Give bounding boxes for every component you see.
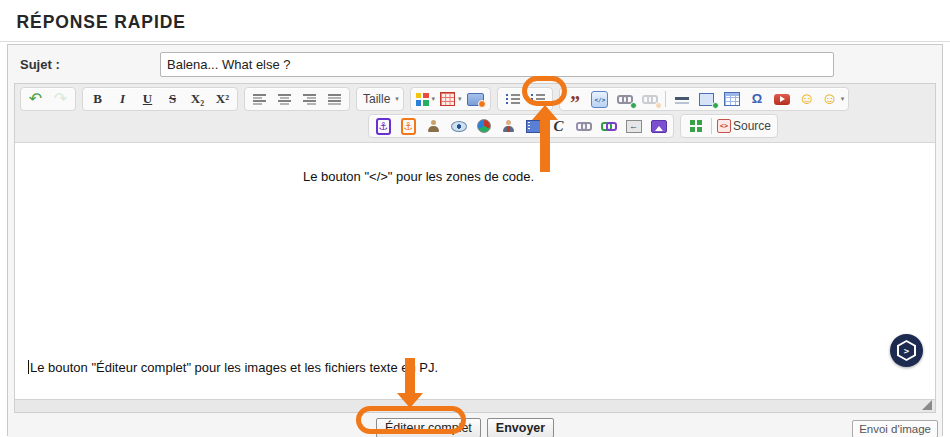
blockquote-button[interactable]: ” <box>562 89 587 109</box>
align-center-button[interactable] <box>272 89 297 109</box>
insert-block-button[interactable] <box>694 89 719 109</box>
editor-line-1: Le bouton "</>" pour les zones de code. <box>303 169 534 184</box>
chain-silver-button[interactable] <box>571 116 596 136</box>
image-purple-button[interactable] <box>646 116 671 136</box>
align-left-button-shape <box>253 93 266 105</box>
subject-label: Sujet : <box>20 57 160 72</box>
glyph: ↶ <box>29 91 42 107</box>
glyph: ☺ <box>799 91 815 107</box>
align-center-button-shape <box>278 93 291 105</box>
toolbar-group: ▾▾ <box>410 87 492 111</box>
horizontal-rule-button[interactable] <box>669 89 694 109</box>
title-divider <box>0 41 950 42</box>
import-box-button[interactable] <box>621 116 646 136</box>
maximize-button-shape <box>690 120 702 132</box>
chain-green-button[interactable] <box>596 116 621 136</box>
film-frame-button-shape <box>526 120 542 133</box>
insert-table-button-shape <box>724 92 740 106</box>
ordered-list-button-shape <box>506 93 520 105</box>
font-size-dropdown[interactable]: Taille▾ <box>359 89 401 109</box>
insert-link-button[interactable] <box>612 89 637 109</box>
italic-button[interactable]: I <box>110 89 135 109</box>
subscript-button[interactable]: X₂ <box>185 89 210 109</box>
table-grid-dropdown[interactable]: ▾ <box>438 89 464 109</box>
undo-icon[interactable]: ↶ <box>23 89 48 109</box>
insert-table-button[interactable] <box>719 89 744 109</box>
bold-button[interactable]: B <box>85 89 110 109</box>
align-justify-button-shape <box>328 93 341 105</box>
glyph: I <box>120 90 125 108</box>
toolbar-group: ”Ω☺☺▾ <box>559 87 849 111</box>
image-purple-button-shape <box>651 120 667 133</box>
youtube-video-button-shape <box>774 94 790 105</box>
member-tie-button-shape <box>503 120 514 132</box>
youtube-video-button[interactable] <box>769 89 794 109</box>
editor-content-area[interactable]: Le bouton "</>" pour les zones de code. … <box>15 143 935 399</box>
member-tie-button[interactable] <box>496 116 521 136</box>
align-left-button[interactable] <box>247 89 272 109</box>
bullet-list-button[interactable] <box>525 89 550 109</box>
glyph: X₂ <box>191 90 204 108</box>
glyph: ⚓ <box>401 118 417 135</box>
quick-reply-panel: Sujet : ↶↷BIUSX₂X²Taille▾▾▾”Ω☺☺▾ ⚓⚓CSour… <box>7 44 943 436</box>
label: Source <box>731 119 773 133</box>
anchor-orange-button[interactable]: ⚓ <box>396 116 421 136</box>
anchor-purple-button[interactable]: ⚓ <box>371 116 396 136</box>
toolbar-group <box>244 87 350 111</box>
underline-button[interactable]: U <box>135 89 160 109</box>
toolbar-group: ⚓⚓C <box>368 114 674 138</box>
chevron-down-icon: ▾ <box>432 95 436 103</box>
insert-image-button[interactable] <box>463 89 488 109</box>
align-justify-button[interactable] <box>322 89 347 109</box>
send-button[interactable]: Envoyer <box>487 418 554 437</box>
cursive-letter-button[interactable]: C <box>546 116 571 136</box>
chevron-down-icon: ▾ <box>841 95 845 103</box>
resize-handle-icon[interactable] <box>922 400 932 410</box>
special-char-button[interactable]: Ω <box>744 89 769 109</box>
maximize-button[interactable] <box>683 116 708 136</box>
image-upload-button[interactable]: Envoi d'image <box>852 420 938 437</box>
hide-eye-button[interactable] <box>446 116 471 136</box>
rich-text-editor: ↶↷BIUSX₂X²Taille▾▾▾”Ω☺☺▾ ⚓⚓CSource Le bo… <box>14 83 936 413</box>
member-icon-button[interactable] <box>421 116 446 136</box>
page-title: RÉPONSE RAPIDE <box>0 0 874 39</box>
full-editor-button[interactable]: Éditeur complet <box>376 418 481 437</box>
import-box-button-shape <box>626 120 642 133</box>
redo-icon[interactable]: ↷ <box>48 89 73 109</box>
member-icon-button-shape <box>428 120 439 132</box>
chevron-down-icon: ▾ <box>395 95 399 103</box>
code-block-button[interactable] <box>587 89 612 109</box>
insert-image-button-shape <box>467 93 484 106</box>
chain-silver-button-shape <box>576 121 592 131</box>
hexagon-inner-glyph: > <box>899 342 914 359</box>
bullet-list-button-shape <box>531 93 545 105</box>
toolbar-group: Source <box>680 114 778 138</box>
remove-link-button[interactable] <box>637 89 662 109</box>
editor-toolbar: ↶↷BIUSX₂X²Taille▾▾▾”Ω☺☺▾ ⚓⚓CSource <box>15 84 935 143</box>
toolbar-group: BIUSX₂X² <box>82 87 238 111</box>
editor-line-2-text: Le bouton "Éditeur complet" pour les ima… <box>30 360 438 375</box>
superscript-button[interactable]: X² <box>210 89 235 109</box>
ordered-list-button[interactable] <box>500 89 525 109</box>
extension-badge[interactable]: > <box>890 334 923 367</box>
table-grid-dropdown-shape <box>440 92 455 106</box>
toolbar-group: ↶↷ <box>20 87 76 111</box>
hexagon-icon: > <box>897 340 916 361</box>
align-right-button[interactable] <box>297 89 322 109</box>
film-frame-button[interactable] <box>521 116 546 136</box>
text-color-dropdown[interactable]: ▾ <box>413 89 438 109</box>
toolbar-separator <box>711 118 712 134</box>
source-button[interactable]: Source <box>715 116 775 136</box>
horizontal-rule-button-shape <box>675 94 689 105</box>
glyph: ↷ <box>54 91 67 107</box>
subject-input[interactable] <box>160 52 834 77</box>
badge-dot <box>712 102 719 109</box>
glyph: ” <box>570 90 580 108</box>
strikethrough-button[interactable]: S <box>160 89 185 109</box>
smiley-list-dropdown[interactable]: ☺▾ <box>819 89 846 109</box>
chevron-down-icon: ▾ <box>458 95 462 103</box>
toolbar-group: Taille▾ <box>356 87 404 111</box>
smiley-button[interactable]: ☺ <box>794 89 819 109</box>
glyph: B <box>93 90 102 108</box>
pie-chart-button[interactable] <box>471 116 496 136</box>
